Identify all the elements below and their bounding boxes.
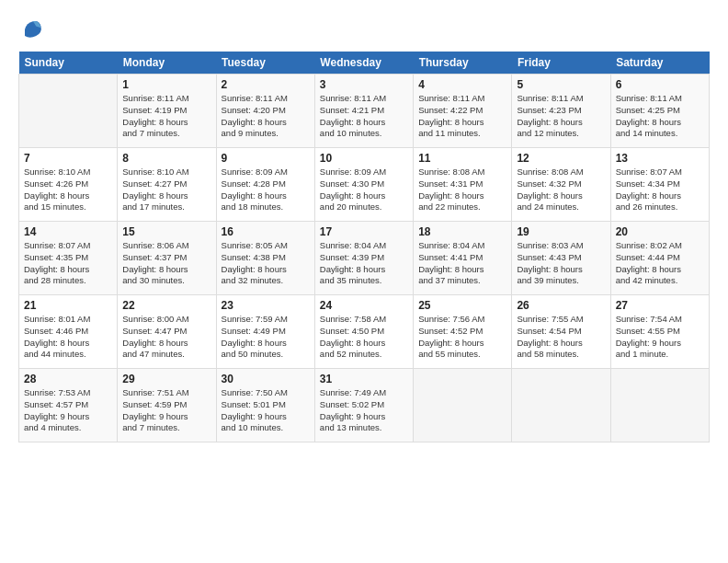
day-cell: 24Sunrise: 7:58 AMSunset: 4:50 PMDayligh…: [314, 295, 413, 369]
day-number: 20: [616, 225, 704, 238]
day-info: Sunrise: 8:00 AMSunset: 4:47 PMDaylight:…: [122, 314, 210, 361]
day-cell: [610, 369, 709, 442]
day-info: Sunrise: 7:50 AMSunset: 5:01 PMDaylight:…: [222, 387, 310, 434]
day-number: 5: [517, 78, 605, 91]
day-info: Sunrise: 8:09 AMSunset: 4:30 PMDaylight:…: [320, 167, 408, 213]
day-info: Sunrise: 8:02 AMSunset: 4:44 PMDaylight:…: [616, 240, 704, 287]
day-cell: 25Sunrise: 7:56 AMSunset: 4:52 PMDayligh…: [414, 295, 512, 369]
day-number: 16: [222, 225, 310, 238]
page: SundayMondayTuesdayWednesdayThursdayFrid…: [0, 0, 728, 563]
day-number: 26: [517, 299, 605, 312]
day-cell: 2Sunrise: 8:11 AMSunset: 4:20 PMDaylight…: [216, 75, 314, 148]
day-number: 15: [122, 225, 210, 238]
day-number: 30: [222, 373, 310, 385]
day-cell: 20Sunrise: 8:02 AMSunset: 4:44 PMDayligh…: [610, 222, 709, 295]
day-cell: 7Sunrise: 8:10 AMSunset: 4:26 PMDaylight…: [19, 148, 118, 222]
day-cell: [512, 369, 610, 442]
day-info: Sunrise: 7:58 AMSunset: 4:50 PMDaylight:…: [320, 314, 408, 361]
header: [18, 17, 710, 42]
day-number: 27: [616, 299, 704, 312]
day-number: 12: [517, 152, 605, 165]
day-info: Sunrise: 8:11 AMSunset: 4:23 PMDaylight:…: [517, 93, 605, 140]
day-info: Sunrise: 7:56 AMSunset: 4:52 PMDaylight:…: [418, 314, 506, 361]
day-info: Sunrise: 8:04 AMSunset: 4:41 PMDaylight:…: [418, 240, 506, 287]
week-row-5: 28Sunrise: 7:53 AMSunset: 4:57 PMDayligh…: [19, 369, 710, 442]
day-cell: 18Sunrise: 8:04 AMSunset: 4:41 PMDayligh…: [414, 222, 512, 295]
day-info: Sunrise: 8:09 AMSunset: 4:28 PMDaylight:…: [222, 167, 310, 213]
day-cell: 12Sunrise: 8:08 AMSunset: 4:32 PMDayligh…: [512, 148, 610, 222]
weekday-header-thursday: Thursday: [414, 52, 512, 75]
day-number: 29: [122, 373, 210, 385]
day-cell: 27Sunrise: 7:54 AMSunset: 4:55 PMDayligh…: [610, 295, 709, 369]
day-number: 4: [418, 78, 506, 91]
day-number: 11: [418, 152, 506, 165]
day-cell: 10Sunrise: 8:09 AMSunset: 4:30 PMDayligh…: [314, 148, 413, 222]
day-info: Sunrise: 8:10 AMSunset: 4:27 PMDaylight:…: [122, 167, 210, 213]
day-number: 8: [122, 152, 210, 165]
day-number: 19: [517, 225, 605, 238]
day-cell: [414, 369, 512, 442]
day-cell: 5Sunrise: 8:11 AMSunset: 4:23 PMDaylight…: [512, 75, 610, 148]
day-number: 28: [24, 373, 112, 385]
day-cell: 4Sunrise: 8:11 AMSunset: 4:22 PMDaylight…: [414, 75, 512, 148]
day-info: Sunrise: 8:11 AMSunset: 4:19 PMDaylight:…: [122, 93, 210, 140]
weekday-header-row: SundayMondayTuesdayWednesdayThursdayFrid…: [19, 52, 710, 75]
day-info: Sunrise: 8:07 AMSunset: 4:34 PMDaylight:…: [616, 167, 704, 213]
day-cell: 16Sunrise: 8:05 AMSunset: 4:38 PMDayligh…: [216, 222, 314, 295]
day-cell: 17Sunrise: 8:04 AMSunset: 4:39 PMDayligh…: [314, 222, 413, 295]
day-info: Sunrise: 8:08 AMSunset: 4:32 PMDaylight:…: [517, 167, 605, 213]
week-row-1: 1Sunrise: 8:11 AMSunset: 4:19 PMDaylight…: [19, 75, 710, 148]
day-info: Sunrise: 8:06 AMSunset: 4:37 PMDaylight:…: [122, 240, 210, 287]
day-cell: [19, 75, 118, 148]
day-cell: 21Sunrise: 8:01 AMSunset: 4:46 PMDayligh…: [19, 295, 118, 369]
day-info: Sunrise: 8:11 AMSunset: 4:20 PMDaylight:…: [222, 93, 310, 140]
day-info: Sunrise: 8:08 AMSunset: 4:31 PMDaylight:…: [418, 167, 506, 213]
day-info: Sunrise: 8:04 AMSunset: 4:39 PMDaylight:…: [320, 240, 408, 287]
day-info: Sunrise: 8:07 AMSunset: 4:35 PMDaylight:…: [24, 240, 112, 287]
day-info: Sunrise: 8:05 AMSunset: 4:38 PMDaylight:…: [222, 240, 310, 287]
day-cell: 8Sunrise: 8:10 AMSunset: 4:27 PMDaylight…: [118, 148, 216, 222]
logo-icon: [18, 17, 44, 42]
day-info: Sunrise: 7:55 AMSunset: 4:54 PMDaylight:…: [517, 314, 605, 361]
day-number: 13: [616, 152, 704, 165]
day-number: 2: [222, 78, 310, 91]
day-number: 17: [320, 225, 408, 238]
day-number: 22: [122, 299, 210, 312]
week-row-4: 21Sunrise: 8:01 AMSunset: 4:46 PMDayligh…: [19, 295, 710, 369]
day-info: Sunrise: 8:03 AMSunset: 4:43 PMDaylight:…: [517, 240, 605, 287]
day-number: 18: [418, 225, 506, 238]
day-cell: 31Sunrise: 7:49 AMSunset: 5:02 PMDayligh…: [314, 369, 413, 442]
day-cell: 1Sunrise: 8:11 AMSunset: 4:19 PMDaylight…: [118, 75, 216, 148]
day-info: Sunrise: 8:11 AMSunset: 4:25 PMDaylight:…: [616, 93, 704, 140]
day-cell: 23Sunrise: 7:59 AMSunset: 4:49 PMDayligh…: [216, 295, 314, 369]
weekday-header-friday: Friday: [512, 52, 610, 75]
day-cell: 30Sunrise: 7:50 AMSunset: 5:01 PMDayligh…: [216, 369, 314, 442]
day-info: Sunrise: 7:49 AMSunset: 5:02 PMDaylight:…: [320, 387, 408, 434]
day-number: 14: [24, 225, 112, 238]
day-number: 7: [24, 152, 112, 165]
day-number: 9: [222, 152, 310, 165]
day-info: Sunrise: 8:01 AMSunset: 4:46 PMDaylight:…: [24, 314, 112, 361]
week-row-3: 14Sunrise: 8:07 AMSunset: 4:35 PMDayligh…: [19, 222, 710, 295]
day-cell: 28Sunrise: 7:53 AMSunset: 4:57 PMDayligh…: [19, 369, 118, 442]
weekday-header-saturday: Saturday: [610, 52, 709, 75]
day-cell: 6Sunrise: 8:11 AMSunset: 4:25 PMDaylight…: [610, 75, 709, 148]
day-cell: 13Sunrise: 8:07 AMSunset: 4:34 PMDayligh…: [610, 148, 709, 222]
day-info: Sunrise: 7:51 AMSunset: 4:59 PMDaylight:…: [122, 387, 210, 434]
day-info: Sunrise: 7:54 AMSunset: 4:55 PMDaylight:…: [616, 314, 704, 361]
day-info: Sunrise: 7:59 AMSunset: 4:49 PMDaylight:…: [222, 314, 310, 361]
logo: [18, 17, 48, 42]
day-cell: 15Sunrise: 8:06 AMSunset: 4:37 PMDayligh…: [118, 222, 216, 295]
day-cell: 9Sunrise: 8:09 AMSunset: 4:28 PMDaylight…: [216, 148, 314, 222]
day-number: 3: [320, 78, 408, 91]
day-number: 21: [24, 299, 112, 312]
day-info: Sunrise: 8:11 AMSunset: 4:21 PMDaylight:…: [320, 93, 408, 140]
day-number: 31: [320, 373, 408, 385]
day-info: Sunrise: 8:11 AMSunset: 4:22 PMDaylight:…: [418, 93, 506, 140]
day-number: 6: [616, 78, 704, 91]
weekday-header-sunday: Sunday: [19, 52, 118, 75]
day-cell: 14Sunrise: 8:07 AMSunset: 4:35 PMDayligh…: [19, 222, 118, 295]
week-row-2: 7Sunrise: 8:10 AMSunset: 4:26 PMDaylight…: [19, 148, 710, 222]
weekday-header-monday: Monday: [118, 52, 216, 75]
day-cell: 19Sunrise: 8:03 AMSunset: 4:43 PMDayligh…: [512, 222, 610, 295]
